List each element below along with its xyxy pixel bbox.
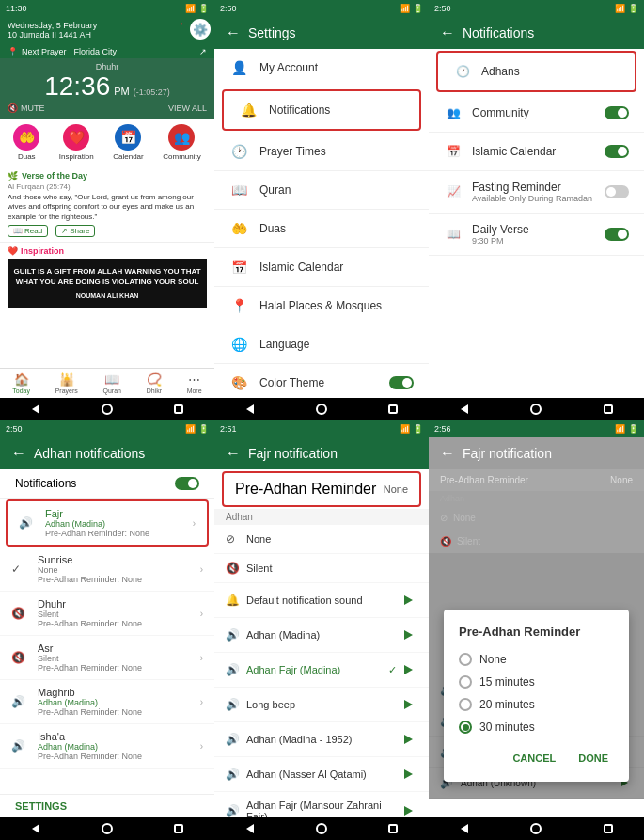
notif-community[interactable]: 👥 Community [429,94,644,133]
settings-language[interactable]: 🌐 Language [214,325,429,364]
system-bar-2 [214,398,429,420]
nav-more[interactable]: ⋯More [187,372,202,394]
sound-default[interactable]: 🔔 Default notification sound [214,583,429,618]
play-long-beep[interactable] [399,695,417,714]
back-icon-3[interactable]: ← [440,24,455,41]
radio-15min[interactable] [459,675,472,689]
sound-nasser[interactable]: 🔊 Adhan (Nasser Al Qatami) [214,757,429,792]
home-button[interactable] [100,402,115,417]
recents-button-2[interactable] [385,402,401,417]
gear-icon[interactable]: → ⚙️ [190,19,211,40]
settings-halal-places[interactable]: 📍 Halal Places & Mosques [214,287,429,325]
sound-mansour[interactable]: 🔊 Adhan Fajr (Mansour Zahrani Fajr) [214,792,429,817]
color-theme-toggle[interactable] [389,376,414,389]
option-30min[interactable]: 30 minutes [459,716,614,738]
nav-prayers[interactable]: 🕌Prayers [55,372,78,394]
option-20min[interactable]: 20 minutes [459,693,614,716]
status-bar-5: 2:51 📶🔋 [214,420,429,437]
back-button-6[interactable] [457,821,472,836]
settings-color-theme[interactable]: 🎨 Color Theme [214,364,429,398]
back-button[interactable] [28,402,43,417]
back-icon[interactable]: ← [226,24,241,41]
nav-quran[interactable]: 📖Quran [102,372,120,394]
fasting-toggle[interactable] [605,185,629,198]
recents-button-5[interactable] [385,821,401,836]
nav-today[interactable]: 🏠Today [12,372,30,394]
sound-adhan-1952[interactable]: 🔊 Adhan (Madina - 1952) [214,722,429,757]
adhan-sunrise[interactable]: ✓ Sunrise None Pre-Adhan Reminder: None … [0,547,214,592]
play-fajr-madina[interactable] [399,660,417,679]
calendar-btn[interactable]: 📅 Calendar [113,124,143,161]
inspo-image[interactable]: GUILT IS A GIFT FROM ALLAH WARNING YOU T… [8,259,207,308]
settings-quran[interactable]: 📖 Quran [214,171,429,210]
cancel-button[interactable]: CANCEL [507,750,561,767]
home-button-3[interactable] [528,402,543,417]
notif-islamic-calendar[interactable]: 📅 Islamic Calendar [429,133,644,171]
adhan-dhuhr[interactable]: 🔇 Dhuhr Silent Pre-Adhan Reminder: None … [0,592,214,636]
back-icon-4[interactable]: ← [11,445,26,462]
community-btn[interactable]: 👥 Community [163,124,200,161]
read-btn[interactable]: 📖Read [8,225,48,237]
option-none[interactable]: None [459,648,614,671]
back-button-2[interactable] [243,402,258,417]
back-button-3[interactable] [457,402,472,417]
back-button-5[interactable] [243,821,258,836]
speaker-icon-1952: 🔊 [226,733,246,746]
sound-none[interactable]: ⊘ None [214,525,429,554]
settings-islamic-calendar[interactable]: 📅 Islamic Calendar [214,248,429,287]
sound-adhan-fajr-madina[interactable]: 🔊 Adhan Fajr (Madina) ✓ [214,653,429,688]
adhan-asr[interactable]: 🔇 Asr Silent Pre-Adhan Reminder: None › [0,636,214,680]
adhan-ishaa[interactable]: 🔊 Isha'a Adhan (Madina) Pre-Adhan Remind… [0,724,214,769]
daily-verse-toggle[interactable] [605,228,629,241]
back-icon-6[interactable]: ← [440,445,455,462]
community-toggle[interactable] [605,106,629,119]
home-button-4[interactable] [100,821,115,836]
p4-settings-btn[interactable]: SETTINGS [0,794,214,817]
recents-button-3[interactable] [601,402,616,417]
recents-button-4[interactable] [171,821,186,836]
back-button-4[interactable] [28,821,43,836]
sound-long-beep[interactable]: 🔊 Long beep [214,688,429,722]
recents-button-6[interactable] [601,821,616,836]
p6-content: Pre-Adhan Reminder None Adhan ⊘None 🔇Sil… [429,469,644,817]
play-madina[interactable] [399,626,417,644]
notifications-master-toggle[interactable] [175,477,199,490]
home-button-2[interactable] [314,402,329,417]
play-nasser[interactable] [399,765,417,784]
share-btn[interactable]: ↗Share [55,225,95,237]
adhan-maghrib[interactable]: 🔊 Maghrib Adhan (Madina) Pre-Adhan Remin… [0,680,214,724]
home-button-5[interactable] [314,821,329,836]
calendar-notif-icon: 📅 [444,142,463,161]
inspiration-btn[interactable]: ❤️ Inspiration [59,124,94,161]
settings-notifications[interactable]: 🔔 Notifications [222,89,421,131]
pre-adhan-reminder-row[interactable]: Pre-Adhan Reminder None [222,471,421,507]
radio-none[interactable] [459,653,472,666]
nav-dhikr[interactable]: 📿Dhikr [147,372,162,394]
settings-my-account[interactable]: 👤 My Account [214,49,429,87]
play-default[interactable] [399,591,417,610]
notif-fasting[interactable]: 📈 Fasting Reminder Available Only During… [429,171,644,214]
settings-duas[interactable]: 🤲 Duas [214,210,429,248]
play-mansour[interactable] [399,801,417,817]
status-bar-2: 2:50 📶🔋 [214,0,429,17]
adhan-fajr[interactable]: 🔊 Fajr Adhan (Madina) Pre-Adhan Reminder… [6,499,209,547]
notif-adhans[interactable]: 🕐 Adhans [436,51,636,92]
duas-btn[interactable]: 🤲 Duas [13,124,39,161]
recents-button[interactable] [171,402,186,417]
settings-prayer-times[interactable]: 🕐 Prayer Times [214,133,429,171]
sound-adhan-madina[interactable]: 🔊 Adhan (Madina) [214,618,429,653]
account-icon: 👤 [229,58,248,77]
done-button[interactable]: DONE [573,750,614,767]
home-button-6[interactable] [528,821,543,836]
panel-fajr-notification: 2:51 📶🔋 ← Fajr notification Pre-Adhan Re… [214,420,429,840]
play-1952[interactable] [399,730,417,749]
sound-silent[interactable]: 🔇 Silent [214,554,429,583]
option-15min[interactable]: 15 minutes [459,671,614,693]
radio-30min[interactable] [459,721,472,734]
mute-icon[interactable]: 🔇 [8,103,18,113]
radio-20min[interactable] [459,698,472,711]
notif-daily-verse[interactable]: 📖 Daily Verse 9:30 PM [429,214,644,256]
islamic-calendar-toggle[interactable] [605,145,629,158]
color-theme-icon: 🎨 [229,373,248,392]
back-icon-5[interactable]: ← [226,445,241,462]
